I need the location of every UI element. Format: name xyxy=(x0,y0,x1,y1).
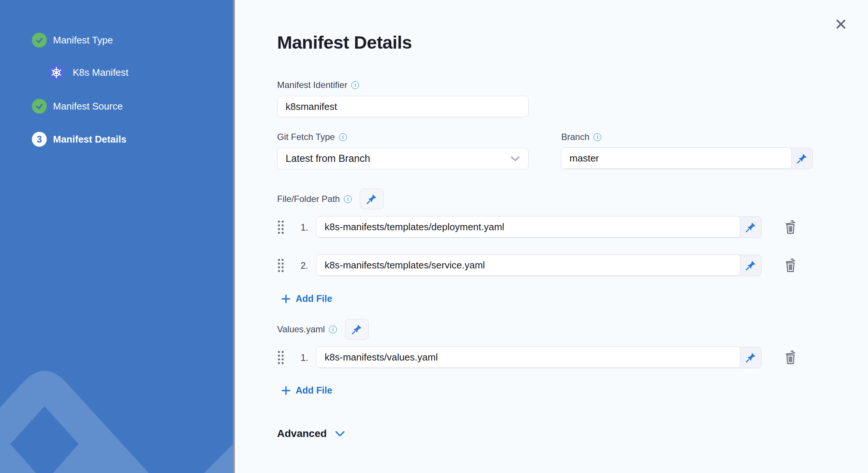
kubernetes-icon xyxy=(47,63,66,82)
sidebar-step-manifest-source[interactable]: Manifest Source xyxy=(32,99,233,114)
values-yaml-pin-button[interactable] xyxy=(345,319,369,340)
substep-label: K8s Manifest xyxy=(73,67,128,78)
branch-input-group xyxy=(561,148,813,169)
values-yaml-label: Values.yaml xyxy=(277,324,325,335)
add-file-button[interactable]: Add File xyxy=(281,385,332,396)
row-number: 2. xyxy=(296,260,308,271)
delete-row-button[interactable] xyxy=(783,219,798,235)
harness-logo-watermark xyxy=(0,350,235,473)
drag-handle-icon[interactable] xyxy=(277,350,284,365)
file-path-row: 2. xyxy=(277,255,868,276)
chevron-down-icon xyxy=(510,156,520,162)
info-icon[interactable]: i xyxy=(329,326,337,333)
values-yaml-row: 1. xyxy=(277,347,868,368)
manifest-identifier-label: Manifest Identifier xyxy=(277,80,347,90)
chevron-down-icon xyxy=(335,431,345,437)
step-label: Manifest Source xyxy=(53,101,123,112)
file-path-pin-button[interactable] xyxy=(740,217,761,238)
step-label: Manifest Details xyxy=(53,134,126,145)
pin-icon xyxy=(366,193,377,205)
close-icon xyxy=(835,19,846,30)
row-number: 1. xyxy=(296,222,308,233)
step-complete-icon xyxy=(32,99,47,114)
add-file-button[interactable]: Add File xyxy=(281,293,332,304)
sidebar-step-manifest-details[interactable]: 3 Manifest Details xyxy=(32,132,233,147)
drag-handle-icon[interactable] xyxy=(277,220,284,235)
info-icon[interactable]: i xyxy=(351,81,359,89)
file-path-pin-button[interactable] xyxy=(740,255,761,276)
sidebar-substep-k8s-manifest[interactable]: K8s Manifest xyxy=(47,63,233,82)
pin-icon xyxy=(745,260,756,271)
plus-icon xyxy=(281,294,291,304)
file-folder-path-label: File/Folder Path xyxy=(277,194,340,204)
sidebar-step-manifest-type[interactable]: Manifest Type xyxy=(32,33,233,48)
delete-row-button[interactable] xyxy=(783,257,798,274)
info-icon[interactable]: i xyxy=(594,133,601,141)
file-path-input-group xyxy=(316,255,762,276)
git-fetch-type-select[interactable]: Latest from Branch xyxy=(277,148,529,169)
manifest-details-modal: Manifest Type xyxy=(0,0,868,473)
manifest-identifier-input[interactable] xyxy=(277,96,529,117)
add-file-label: Add File xyxy=(296,385,332,396)
branch-field: Branch i xyxy=(561,131,813,169)
pin-icon xyxy=(745,352,756,363)
file-path-input-group xyxy=(316,216,762,238)
trash-icon xyxy=(784,220,797,234)
git-fetch-type-label: Git Fetch Type xyxy=(277,132,335,142)
info-icon[interactable]: i xyxy=(339,133,347,141)
file-path-input[interactable] xyxy=(316,254,740,276)
values-yaml-input[interactable] xyxy=(316,346,740,368)
branch-input[interactable] xyxy=(561,147,792,169)
file-path-input[interactable] xyxy=(316,216,740,238)
step-complete-icon xyxy=(32,33,47,48)
page-title: Manifest Details xyxy=(277,32,868,53)
branch-label: Branch xyxy=(561,132,589,142)
pin-icon xyxy=(745,222,756,233)
drag-handle-icon[interactable] xyxy=(277,258,284,273)
values-yaml-pin-button[interactable] xyxy=(740,347,761,368)
step-label: Manifest Type xyxy=(53,35,113,46)
file-folder-path-header: File/Folder Path i xyxy=(277,189,868,209)
values-yaml-input-group xyxy=(316,347,762,368)
advanced-accordion-toggle[interactable]: Advanced xyxy=(277,428,345,440)
git-fetch-type-label-row: Git Fetch Type i xyxy=(277,131,529,143)
pin-icon xyxy=(796,153,808,164)
trash-icon xyxy=(784,258,797,273)
advanced-label: Advanced xyxy=(277,428,327,440)
values-yaml-header: Values.yaml i xyxy=(277,319,868,340)
file-folder-path-label-row: File/Folder Path i xyxy=(277,193,352,205)
file-path-row: 1. xyxy=(277,216,868,238)
pin-icon xyxy=(351,324,362,335)
plus-icon xyxy=(281,386,291,395)
trash-icon xyxy=(784,350,797,365)
step-number-badge: 3 xyxy=(32,132,47,147)
file-folder-path-pin-button[interactable] xyxy=(360,189,384,209)
info-icon[interactable]: i xyxy=(344,195,352,203)
manifest-identifier-label-row: Manifest Identifier i xyxy=(277,79,868,91)
row-number: 1. xyxy=(296,352,308,363)
branch-label-row: Branch i xyxy=(561,131,813,143)
delete-row-button[interactable] xyxy=(783,349,798,366)
close-button[interactable] xyxy=(833,16,849,32)
git-fetch-type-selected-value: Latest from Branch xyxy=(286,153,370,164)
values-yaml-label-row: Values.yaml i xyxy=(277,324,337,335)
add-file-label: Add File xyxy=(296,293,332,304)
branch-pin-button[interactable] xyxy=(792,148,812,169)
git-fetch-type-field: Git Fetch Type i Latest from Branch xyxy=(277,131,529,169)
wizard-sidebar: Manifest Type xyxy=(0,0,235,473)
manifest-details-panel: Manifest Details Manifest Identifier i G… xyxy=(237,0,868,473)
